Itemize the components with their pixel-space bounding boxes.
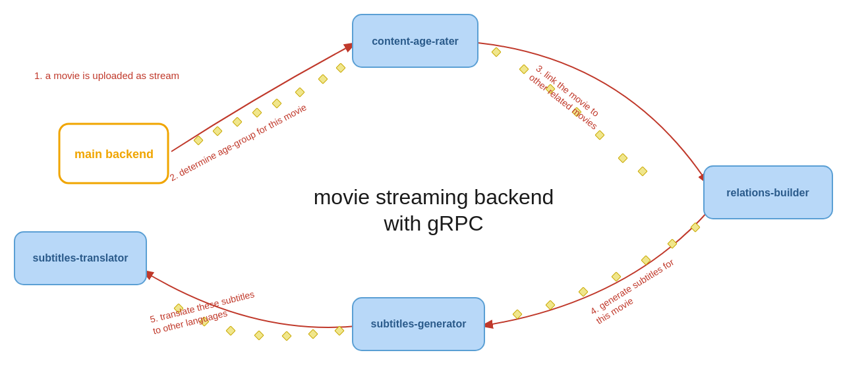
subtitles-generator-label: subtitles-generator: [371, 318, 467, 329]
main-backend-label: main backend: [74, 148, 154, 161]
diagram-title-line2: with gRPC: [383, 211, 483, 235]
subtitles-translator-label: subtitles-translator: [33, 252, 129, 264]
diagram-title-line1: movie streaming backend: [314, 185, 554, 209]
annotation-1: 1. a movie is uploaded as stream: [34, 70, 179, 81]
content-age-rater-label: content-age-rater: [372, 36, 459, 47]
relations-builder-label: relations-builder: [726, 187, 809, 198]
